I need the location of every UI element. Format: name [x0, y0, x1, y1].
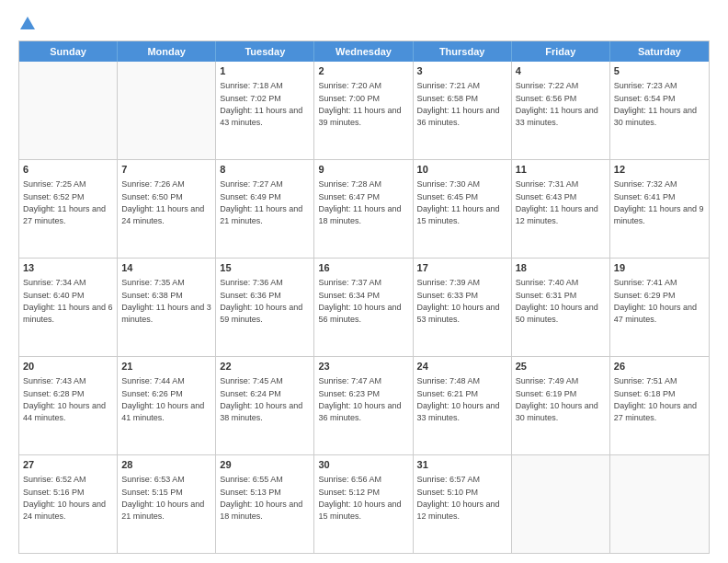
cell-info: Sunrise: 7:22 AM Sunset: 6:56 PM Dayligh…	[516, 81, 598, 127]
day-number: 8	[220, 163, 310, 177]
calendar-cell: 1Sunrise: 7:18 AM Sunset: 7:02 PM Daylig…	[216, 62, 314, 159]
calendar-header-cell: Monday	[118, 41, 216, 62]
day-number: 3	[417, 64, 507, 78]
calendar-cell: 21Sunrise: 7:44 AM Sunset: 6:26 PM Dayli…	[118, 357, 216, 454]
calendar-row: 27Sunrise: 6:52 AM Sunset: 5:16 PM Dayli…	[19, 454, 709, 553]
calendar-cell	[19, 62, 118, 159]
cell-info: Sunrise: 7:49 AM Sunset: 6:19 PM Dayligh…	[516, 376, 598, 422]
calendar: SundayMondayTuesdayWednesdayThursdayFrid…	[18, 40, 710, 554]
cell-info: Sunrise: 7:40 AM Sunset: 6:31 PM Dayligh…	[516, 278, 598, 324]
calendar-cell: 7Sunrise: 7:26 AM Sunset: 6:50 PM Daylig…	[118, 160, 216, 258]
cell-info: Sunrise: 6:55 AM Sunset: 5:13 PM Dayligh…	[220, 475, 302, 521]
cell-info: Sunrise: 7:44 AM Sunset: 6:26 PM Dayligh…	[121, 376, 204, 422]
day-number: 21	[121, 360, 211, 373]
day-number: 22	[220, 360, 310, 373]
calendar-cell: 11Sunrise: 7:31 AM Sunset: 6:43 PM Dayli…	[512, 160, 610, 258]
calendar-header-cell: Thursday	[414, 41, 512, 62]
calendar-cell: 31Sunrise: 6:57 AM Sunset: 5:10 PM Dayli…	[414, 455, 512, 553]
day-number: 16	[318, 261, 408, 275]
cell-info: Sunrise: 7:45 AM Sunset: 6:24 PM Dayligh…	[220, 376, 302, 422]
calendar-cell: 29Sunrise: 6:55 AM Sunset: 5:13 PM Dayli…	[216, 455, 314, 553]
day-number: 10	[417, 163, 507, 177]
day-number: 11	[516, 163, 606, 177]
calendar-cell: 14Sunrise: 7:35 AM Sunset: 6:38 PM Dayli…	[118, 259, 216, 356]
calendar-header-cell: Sunday	[19, 41, 118, 62]
day-number: 31	[417, 458, 507, 472]
calendar-cell: 13Sunrise: 7:34 AM Sunset: 6:40 PM Dayli…	[19, 259, 118, 356]
day-number: 17	[417, 261, 507, 275]
day-number: 12	[614, 163, 705, 177]
calendar-row: 13Sunrise: 7:34 AM Sunset: 6:40 PM Dayli…	[19, 258, 709, 356]
day-number: 30	[318, 458, 408, 472]
calendar-cell: 10Sunrise: 7:30 AM Sunset: 6:45 PM Dayli…	[414, 160, 512, 258]
calendar-cell: 23Sunrise: 7:47 AM Sunset: 6:23 PM Dayli…	[314, 357, 413, 454]
calendar-cell	[610, 455, 709, 553]
cell-info: Sunrise: 7:25 AM Sunset: 6:52 PM Dayligh…	[23, 179, 106, 225]
calendar-cell: 25Sunrise: 7:49 AM Sunset: 6:19 PM Dayli…	[512, 357, 610, 454]
day-number: 25	[516, 360, 606, 373]
calendar-row: 20Sunrise: 7:43 AM Sunset: 6:28 PM Dayli…	[19, 356, 709, 454]
calendar-cell: 17Sunrise: 7:39 AM Sunset: 6:33 PM Dayli…	[414, 259, 512, 356]
logo-triangle-icon	[20, 17, 35, 29]
calendar-cell: 30Sunrise: 6:56 AM Sunset: 5:12 PM Dayli…	[314, 455, 413, 553]
cell-info: Sunrise: 7:18 AM Sunset: 7:02 PM Dayligh…	[220, 81, 302, 127]
day-number: 26	[614, 360, 705, 373]
cell-info: Sunrise: 6:52 AM Sunset: 5:16 PM Dayligh…	[23, 475, 106, 521]
cell-info: Sunrise: 7:23 AM Sunset: 6:54 PM Dayligh…	[614, 81, 697, 127]
calendar-cell: 8Sunrise: 7:27 AM Sunset: 6:49 PM Daylig…	[216, 160, 314, 258]
calendar-row: 1Sunrise: 7:18 AM Sunset: 7:02 PM Daylig…	[19, 62, 709, 159]
day-number: 13	[23, 261, 113, 275]
cell-info: Sunrise: 7:34 AM Sunset: 6:40 PM Dayligh…	[23, 278, 113, 324]
calendar-cell: 2Sunrise: 7:20 AM Sunset: 7:00 PM Daylig…	[314, 62, 413, 159]
day-number: 7	[121, 163, 211, 177]
calendar-cell: 15Sunrise: 7:36 AM Sunset: 6:36 PM Dayli…	[216, 259, 314, 356]
cell-info: Sunrise: 7:36 AM Sunset: 6:36 PM Dayligh…	[220, 278, 302, 324]
calendar-cell	[512, 455, 610, 553]
calendar-header: SundayMondayTuesdayWednesdayThursdayFrid…	[19, 41, 709, 62]
cell-info: Sunrise: 7:37 AM Sunset: 6:34 PM Dayligh…	[318, 278, 401, 324]
cell-info: Sunrise: 7:27 AM Sunset: 6:49 PM Dayligh…	[220, 179, 302, 225]
day-number: 24	[417, 360, 507, 373]
cell-info: Sunrise: 6:56 AM Sunset: 5:12 PM Dayligh…	[318, 475, 401, 521]
calendar-cell	[118, 62, 216, 159]
calendar-cell: 28Sunrise: 6:53 AM Sunset: 5:15 PM Dayli…	[118, 455, 216, 553]
cell-info: Sunrise: 7:21 AM Sunset: 6:58 PM Dayligh…	[417, 81, 500, 127]
day-number: 18	[516, 261, 606, 275]
cell-info: Sunrise: 7:35 AM Sunset: 6:38 PM Dayligh…	[121, 278, 211, 324]
calendar-cell: 18Sunrise: 7:40 AM Sunset: 6:31 PM Dayli…	[512, 259, 610, 356]
cell-info: Sunrise: 7:39 AM Sunset: 6:33 PM Dayligh…	[417, 278, 500, 324]
cell-info: Sunrise: 7:41 AM Sunset: 6:29 PM Dayligh…	[614, 278, 697, 324]
cell-info: Sunrise: 7:28 AM Sunset: 6:47 PM Dayligh…	[318, 179, 401, 225]
day-number: 6	[23, 163, 113, 177]
day-number: 5	[614, 64, 705, 78]
calendar-header-cell: Saturday	[610, 41, 709, 62]
calendar-cell: 27Sunrise: 6:52 AM Sunset: 5:16 PM Dayli…	[19, 455, 118, 553]
calendar-cell: 6Sunrise: 7:25 AM Sunset: 6:52 PM Daylig…	[19, 160, 118, 258]
cell-info: Sunrise: 7:20 AM Sunset: 7:00 PM Dayligh…	[318, 81, 401, 127]
cell-info: Sunrise: 7:51 AM Sunset: 6:18 PM Dayligh…	[614, 376, 697, 422]
cell-info: Sunrise: 7:32 AM Sunset: 6:41 PM Dayligh…	[614, 179, 704, 225]
day-number: 9	[318, 163, 408, 177]
day-number: 4	[516, 64, 606, 78]
day-number: 2	[318, 64, 408, 78]
logo	[18, 17, 35, 31]
cell-info: Sunrise: 7:43 AM Sunset: 6:28 PM Dayligh…	[23, 376, 106, 422]
day-number: 19	[614, 261, 705, 275]
calendar-cell: 16Sunrise: 7:37 AM Sunset: 6:34 PM Dayli…	[314, 259, 413, 356]
calendar-header-cell: Friday	[512, 41, 610, 62]
calendar-cell: 22Sunrise: 7:45 AM Sunset: 6:24 PM Dayli…	[216, 357, 314, 454]
page: SundayMondayTuesdayWednesdayThursdayFrid…	[0, 0, 728, 563]
calendar-cell: 5Sunrise: 7:23 AM Sunset: 6:54 PM Daylig…	[610, 62, 709, 159]
cell-info: Sunrise: 6:53 AM Sunset: 5:15 PM Dayligh…	[121, 475, 204, 521]
calendar-cell: 24Sunrise: 7:48 AM Sunset: 6:21 PM Dayli…	[414, 357, 512, 454]
day-number: 28	[121, 458, 211, 472]
calendar-row: 6Sunrise: 7:25 AM Sunset: 6:52 PM Daylig…	[19, 159, 709, 258]
header	[18, 17, 710, 31]
calendar-cell: 20Sunrise: 7:43 AM Sunset: 6:28 PM Dayli…	[19, 357, 118, 454]
calendar-cell: 3Sunrise: 7:21 AM Sunset: 6:58 PM Daylig…	[414, 62, 512, 159]
calendar-header-cell: Wednesday	[314, 41, 413, 62]
calendar-body: 1Sunrise: 7:18 AM Sunset: 7:02 PM Daylig…	[19, 62, 709, 553]
calendar-cell: 19Sunrise: 7:41 AM Sunset: 6:29 PM Dayli…	[610, 259, 709, 356]
cell-info: Sunrise: 7:47 AM Sunset: 6:23 PM Dayligh…	[318, 376, 401, 422]
day-number: 20	[23, 360, 113, 373]
